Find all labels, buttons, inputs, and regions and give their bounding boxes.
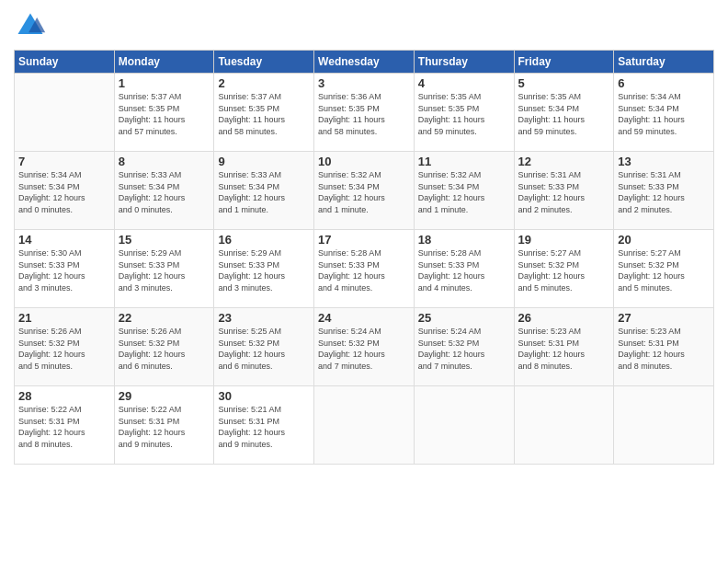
calendar-cell: 26Sunrise: 5:23 AM Sunset: 5:31 PM Dayli…	[514, 308, 614, 386]
calendar-cell: 8Sunrise: 5:33 AM Sunset: 5:34 PM Daylig…	[114, 152, 214, 230]
weekday-header-sunday: Sunday	[15, 51, 115, 74]
weekday-header-monday: Monday	[114, 51, 214, 74]
calendar-cell: 19Sunrise: 5:27 AM Sunset: 5:32 PM Dayli…	[514, 230, 614, 308]
weekday-header-thursday: Thursday	[414, 51, 514, 74]
day-info: Sunrise: 5:29 AM Sunset: 5:33 PM Dayligh…	[218, 247, 310, 293]
calendar-cell: 18Sunrise: 5:28 AM Sunset: 5:33 PM Dayli…	[414, 230, 514, 308]
calendar-cell: 25Sunrise: 5:24 AM Sunset: 5:32 PM Dayli…	[414, 308, 514, 386]
calendar-cell: 22Sunrise: 5:26 AM Sunset: 5:32 PM Dayli…	[114, 308, 214, 386]
day-number: 6	[618, 76, 710, 90]
day-info: Sunrise: 5:29 AM Sunset: 5:33 PM Dayligh…	[119, 247, 210, 293]
day-number: 14	[18, 233, 110, 247]
day-info: Sunrise: 5:27 AM Sunset: 5:32 PM Dayligh…	[518, 247, 610, 293]
calendar-header: SundayMondayTuesdayWednesdayThursdayFrid…	[15, 51, 714, 74]
calendar-cell: 3Sunrise: 5:36 AM Sunset: 5:35 PM Daylig…	[314, 74, 415, 152]
day-number: 18	[418, 233, 510, 247]
weekday-header-tuesday: Tuesday	[214, 51, 314, 74]
day-info: Sunrise: 5:35 AM Sunset: 5:34 PM Dayligh…	[518, 91, 610, 137]
calendar-cell: 9Sunrise: 5:33 AM Sunset: 5:34 PM Daylig…	[214, 152, 314, 230]
day-info: Sunrise: 5:23 AM Sunset: 5:31 PM Dayligh…	[618, 326, 710, 372]
day-info: Sunrise: 5:36 AM Sunset: 5:35 PM Dayligh…	[318, 91, 410, 137]
day-number: 13	[618, 155, 710, 168]
day-number: 26	[518, 311, 610, 325]
weekday-header-saturday: Saturday	[614, 51, 714, 74]
logo-icon	[14, 9, 47, 42]
day-number: 10	[318, 155, 410, 168]
calendar-cell: 12Sunrise: 5:31 AM Sunset: 5:33 PM Dayli…	[514, 152, 614, 230]
day-info: Sunrise: 5:22 AM Sunset: 5:31 PM Dayligh…	[119, 404, 210, 450]
day-number: 4	[418, 76, 510, 90]
calendar-cell: 10Sunrise: 5:32 AM Sunset: 5:34 PM Dayli…	[314, 152, 415, 230]
day-info: Sunrise: 5:31 AM Sunset: 5:33 PM Dayligh…	[618, 169, 710, 215]
calendar-cell	[514, 386, 614, 465]
day-info: Sunrise: 5:21 AM Sunset: 5:31 PM Dayligh…	[218, 404, 310, 450]
day-number: 22	[119, 311, 210, 325]
calendar-cell: 11Sunrise: 5:32 AM Sunset: 5:34 PM Dayli…	[414, 152, 514, 230]
calendar-cell	[614, 386, 714, 465]
calendar-table: SundayMondayTuesdayWednesdayThursdayFrid…	[14, 50, 714, 465]
calendar-cell: 16Sunrise: 5:29 AM Sunset: 5:33 PM Dayli…	[214, 230, 314, 308]
day-number: 19	[518, 233, 610, 247]
day-number: 16	[218, 233, 310, 247]
day-number: 15	[119, 233, 210, 247]
calendar-cell: 27Sunrise: 5:23 AM Sunset: 5:31 PM Dayli…	[614, 308, 714, 386]
day-info: Sunrise: 5:30 AM Sunset: 5:33 PM Dayligh…	[18, 247, 110, 293]
day-number: 30	[218, 389, 310, 403]
day-info: Sunrise: 5:28 AM Sunset: 5:33 PM Dayligh…	[418, 247, 510, 293]
day-number: 17	[318, 233, 410, 247]
weekday-header-friday: Friday	[514, 51, 614, 74]
day-number: 7	[18, 155, 110, 168]
day-number: 27	[618, 311, 710, 325]
calendar-cell: 24Sunrise: 5:24 AM Sunset: 5:32 PM Dayli…	[314, 308, 415, 386]
day-info: Sunrise: 5:37 AM Sunset: 5:35 PM Dayligh…	[119, 91, 210, 137]
day-info: Sunrise: 5:34 AM Sunset: 5:34 PM Dayligh…	[618, 91, 710, 137]
calendar-cell: 13Sunrise: 5:31 AM Sunset: 5:33 PM Dayli…	[614, 152, 714, 230]
calendar-cell: 21Sunrise: 5:26 AM Sunset: 5:32 PM Dayli…	[15, 308, 115, 386]
calendar-cell: 15Sunrise: 5:29 AM Sunset: 5:33 PM Dayli…	[114, 230, 214, 308]
day-number: 1	[119, 76, 210, 90]
calendar-week-2: 7Sunrise: 5:34 AM Sunset: 5:34 PM Daylig…	[15, 152, 714, 230]
day-info: Sunrise: 5:32 AM Sunset: 5:34 PM Dayligh…	[418, 169, 510, 215]
day-info: Sunrise: 5:24 AM Sunset: 5:32 PM Dayligh…	[318, 326, 410, 372]
day-info: Sunrise: 5:28 AM Sunset: 5:33 PM Dayligh…	[318, 247, 410, 293]
day-info: Sunrise: 5:23 AM Sunset: 5:31 PM Dayligh…	[518, 326, 610, 372]
calendar-cell	[414, 386, 514, 465]
calendar-cell: 5Sunrise: 5:35 AM Sunset: 5:34 PM Daylig…	[514, 74, 614, 152]
day-info: Sunrise: 5:27 AM Sunset: 5:32 PM Dayligh…	[618, 247, 710, 293]
day-info: Sunrise: 5:37 AM Sunset: 5:35 PM Dayligh…	[218, 91, 310, 137]
calendar-cell: 1Sunrise: 5:37 AM Sunset: 5:35 PM Daylig…	[114, 74, 214, 152]
calendar-body: 1Sunrise: 5:37 AM Sunset: 5:35 PM Daylig…	[15, 74, 714, 465]
calendar-cell: 14Sunrise: 5:30 AM Sunset: 5:33 PM Dayli…	[15, 230, 115, 308]
day-info: Sunrise: 5:24 AM Sunset: 5:32 PM Dayligh…	[418, 326, 510, 372]
calendar-cell: 28Sunrise: 5:22 AM Sunset: 5:31 PM Dayli…	[15, 386, 115, 465]
day-info: Sunrise: 5:26 AM Sunset: 5:32 PM Dayligh…	[18, 326, 110, 372]
calendar-cell: 6Sunrise: 5:34 AM Sunset: 5:34 PM Daylig…	[614, 74, 714, 152]
weekday-header-wednesday: Wednesday	[314, 51, 415, 74]
calendar-cell: 2Sunrise: 5:37 AM Sunset: 5:35 PM Daylig…	[214, 74, 314, 152]
calendar-week-3: 14Sunrise: 5:30 AM Sunset: 5:33 PM Dayli…	[15, 230, 714, 308]
day-number: 24	[318, 311, 410, 325]
calendar-week-5: 28Sunrise: 5:22 AM Sunset: 5:31 PM Dayli…	[15, 386, 714, 465]
calendar-cell: 4Sunrise: 5:35 AM Sunset: 5:35 PM Daylig…	[414, 74, 514, 152]
day-number: 29	[119, 389, 210, 403]
calendar-cell	[314, 386, 415, 465]
calendar-week-4: 21Sunrise: 5:26 AM Sunset: 5:32 PM Dayli…	[15, 308, 714, 386]
logo	[14, 9, 49, 42]
main-container: SundayMondayTuesdayWednesdayThursdayFrid…	[0, 0, 728, 474]
day-number: 5	[518, 76, 610, 90]
day-number: 11	[418, 155, 510, 168]
day-number: 21	[18, 311, 110, 325]
day-info: Sunrise: 5:31 AM Sunset: 5:33 PM Dayligh…	[518, 169, 610, 215]
day-number: 25	[418, 311, 510, 325]
day-number: 8	[119, 155, 210, 168]
calendar-cell	[15, 74, 115, 152]
day-number: 9	[218, 155, 310, 168]
calendar-cell: 29Sunrise: 5:22 AM Sunset: 5:31 PM Dayli…	[114, 386, 214, 465]
day-number: 20	[618, 233, 710, 247]
calendar-cell: 30Sunrise: 5:21 AM Sunset: 5:31 PM Dayli…	[214, 386, 314, 465]
day-number: 28	[18, 389, 110, 403]
weekday-row: SundayMondayTuesdayWednesdayThursdayFrid…	[15, 51, 714, 74]
day-info: Sunrise: 5:22 AM Sunset: 5:31 PM Dayligh…	[18, 404, 110, 450]
calendar-cell: 7Sunrise: 5:34 AM Sunset: 5:34 PM Daylig…	[15, 152, 115, 230]
header	[14, 9, 714, 42]
